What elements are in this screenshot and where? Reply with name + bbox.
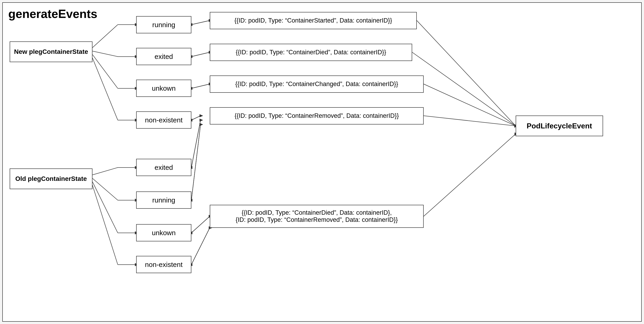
- event-started-node: {{ID: podID, Type: “ContainerStarted”, D…: [210, 12, 417, 29]
- new-pleg-node: New plegContainerState: [10, 42, 92, 62]
- event-removed-node: {{ID: podID, Type: “ContainerRemoved”, D…: [210, 107, 424, 125]
- svg-line-54: [191, 228, 210, 265]
- new-nonexistent-node: non-existent: [136, 111, 191, 129]
- new-running-node: running: [136, 16, 191, 33]
- svg-line-18: [92, 182, 118, 233]
- svg-line-0: [92, 25, 118, 48]
- event-died-removed-node: {{ID: podID, Type: “ContainerDied”, Data…: [210, 205, 424, 228]
- svg-line-36: [191, 116, 200, 120]
- svg-line-52: [191, 228, 210, 265]
- svg-line-9: [92, 58, 118, 120]
- svg-line-26: [191, 21, 210, 25]
- svg-line-50: [191, 216, 210, 233]
- diagram-container: generateEvents: [2, 2, 642, 322]
- svg-line-38: [191, 116, 200, 120]
- svg-line-12: [92, 168, 118, 175]
- svg-marker-41: [200, 119, 203, 122]
- svg-line-30: [191, 52, 210, 57]
- old-unknown-node: unkown: [136, 224, 191, 241]
- svg-line-44: [191, 125, 200, 200]
- svg-line-24: [191, 21, 210, 25]
- svg-line-46: [191, 125, 200, 200]
- svg-line-34: [191, 84, 210, 88]
- new-unknown-node: unkown: [136, 80, 191, 97]
- diagram-title: generateEvents: [8, 7, 97, 21]
- new-exited-node: exited: [136, 48, 191, 65]
- svg-line-56: [417, 21, 516, 126]
- pod-lifecycle-node: PodLifecycleEvent: [516, 116, 603, 136]
- svg-line-21: [92, 185, 118, 265]
- svg-line-60: [424, 84, 516, 126]
- svg-marker-37: [200, 114, 203, 117]
- svg-line-3: [92, 51, 118, 57]
- event-changed-node: {{ID: podID, Type: “ContainerChanged”, D…: [210, 76, 424, 93]
- old-nonexistent-node: non-existent: [136, 256, 191, 273]
- svg-line-28: [191, 52, 210, 57]
- svg-line-58: [412, 52, 516, 126]
- svg-line-32: [191, 84, 210, 88]
- svg-line-6: [92, 55, 118, 88]
- svg-line-48: [191, 216, 210, 233]
- event-died-node: {{ID: podID, Type: “ContainerDied”, Data…: [210, 44, 412, 61]
- svg-marker-45: [200, 123, 203, 126]
- svg-line-64: [424, 134, 516, 216]
- old-pleg-node: Old plegContainerState: [10, 168, 92, 189]
- svg-line-15: [92, 178, 118, 200]
- svg-line-62: [424, 116, 516, 126]
- old-running-node: running: [136, 191, 191, 209]
- old-exited-node: exited: [136, 159, 191, 176]
- svg-line-42: [191, 120, 200, 168]
- svg-line-40: [191, 120, 200, 168]
